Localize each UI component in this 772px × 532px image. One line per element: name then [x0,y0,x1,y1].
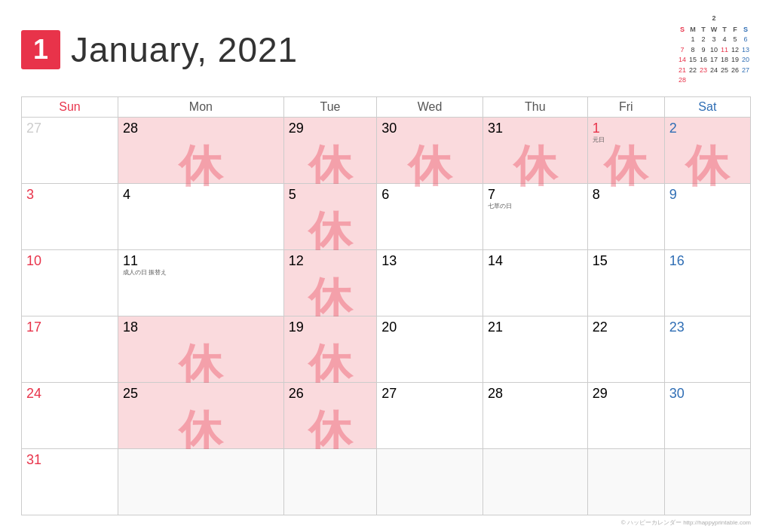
day-number: 27 [26,121,113,137]
calendar-cell [283,448,376,515]
day-number: 10 [26,253,113,270]
calendar-cell: 23 [664,316,750,382]
col-header-sat: Sat [664,96,750,117]
calendar-cell: 9 [664,183,750,249]
kyuu-mark: 休 [408,144,452,188]
day-number: 31 [488,121,583,137]
kyuu-mark: 休 [179,144,222,188]
calendar-cell [482,448,587,515]
calendar-cell: 1元日休 [587,117,664,183]
calendar-cell: 2休 [664,117,750,183]
calendar-cell: 21 [482,316,587,382]
kyuu-mark: 休 [513,144,557,188]
kyuu-mark: 休 [308,210,352,254]
calendar-cell: 31休 [482,117,587,183]
col-header-sun: Sun [22,96,118,117]
calendar-cell: 29 [587,382,664,448]
calendar-cell: 20 [377,316,483,382]
calendar-cell [664,448,750,515]
calendar-cell: 27 [377,382,483,448]
calendar-cell: 26休 [283,382,376,448]
day-number: 28 [488,386,583,402]
calendar-cell: 11成人の日 振替え [118,249,283,316]
calendar-cell: 16 [664,249,750,316]
calendar-cell: 18休 [118,316,283,382]
calendar-cell: 13 [377,249,483,316]
day-number: 28 [123,121,279,137]
kyuu-mark: 休 [685,144,729,188]
calendar-cell: 7七草の日 [482,183,587,249]
calendar-cell: 19休 [283,316,376,382]
calendar-cell: 8 [587,183,664,249]
day-number: 21 [488,320,583,336]
col-header-wed: Wed [377,96,483,117]
mini-calendar: 2 SMTWTFS 123456789101112131415161718192… [677,14,751,86]
day-number: 6 [381,187,478,203]
calendar-cell [587,448,664,515]
calendar-cell: 31 [22,448,118,515]
day-number: 26 [289,386,372,402]
day-label: 七草の日 [488,203,583,210]
calendar-cell: 17 [22,316,118,382]
calendar-cell: 3 [22,183,118,249]
day-number: 29 [593,386,660,402]
month-number: 1 [21,30,60,69]
col-header-thu: Thu [482,96,587,117]
day-label: 成人の日 振替え [123,269,279,277]
calendar-cell: 10 [22,249,118,316]
day-number: 17 [26,320,113,336]
calendar-cell [377,448,483,515]
kyuu-mark: 休 [308,144,352,188]
calendar-cell: 27 [22,117,118,183]
calendar-cell: 6 [377,183,483,249]
kyuu-mark: 休 [604,144,648,188]
day-number: 14 [488,253,583,270]
day-number: 23 [669,320,746,336]
day-number: 7 [488,187,583,203]
col-header-fri: Fri [587,96,664,117]
day-number: 20 [381,320,478,336]
day-number: 13 [381,253,478,270]
calendar-cell: 28休 [118,117,283,183]
calendar-cell: 14 [482,249,587,316]
calendar-table: SunMonTueWedThuFriSat 2728休29休30休31休1元日休… [21,96,751,515]
day-number: 29 [289,121,372,137]
calendar-cell: 4 [118,183,283,249]
day-number: 9 [669,187,746,203]
footer-note: © ハッピーカレンダー http://happyprintable.com [21,518,751,527]
calendar-cell: 28 [482,382,587,448]
calendar-cell: 25休 [118,382,283,448]
calendar-cell: 12休 [283,249,376,316]
kyuu-mark: 休 [308,343,352,387]
day-number: 4 [123,187,279,203]
day-number: 11 [123,253,279,270]
calendar-cell: 30 [664,382,750,448]
kyuu-mark: 休 [179,343,222,387]
day-number: 19 [289,320,372,336]
calendar-cell: 5休 [283,183,376,249]
calendar-cell [118,448,283,515]
day-label: 元日 [593,136,660,144]
day-number: 27 [381,386,478,402]
mini-cal-month: 2 [677,14,751,25]
month-title: January, 2021 [71,29,298,70]
calendar-cell: 15 [587,249,664,316]
kyuu-mark: 休 [179,409,222,453]
day-number: 2 [669,121,746,137]
day-number: 31 [26,452,113,469]
calendar-cell: 30休 [377,117,483,183]
day-number: 25 [123,386,279,402]
day-number: 8 [593,187,660,203]
day-number: 5 [289,187,372,203]
header: 1 January, 2021 2 SMTWTFS 12345678910111… [21,14,751,86]
day-number: 15 [593,253,660,270]
day-number: 18 [123,320,279,336]
calendar-cell: 22 [587,316,664,382]
day-number: 22 [593,320,660,336]
day-number: 16 [669,253,746,270]
day-number: 24 [26,386,113,402]
calendar-cell: 29休 [283,117,376,183]
kyuu-mark: 休 [308,409,352,453]
day-number: 30 [669,386,746,402]
calendar-cell: 24 [22,382,118,448]
